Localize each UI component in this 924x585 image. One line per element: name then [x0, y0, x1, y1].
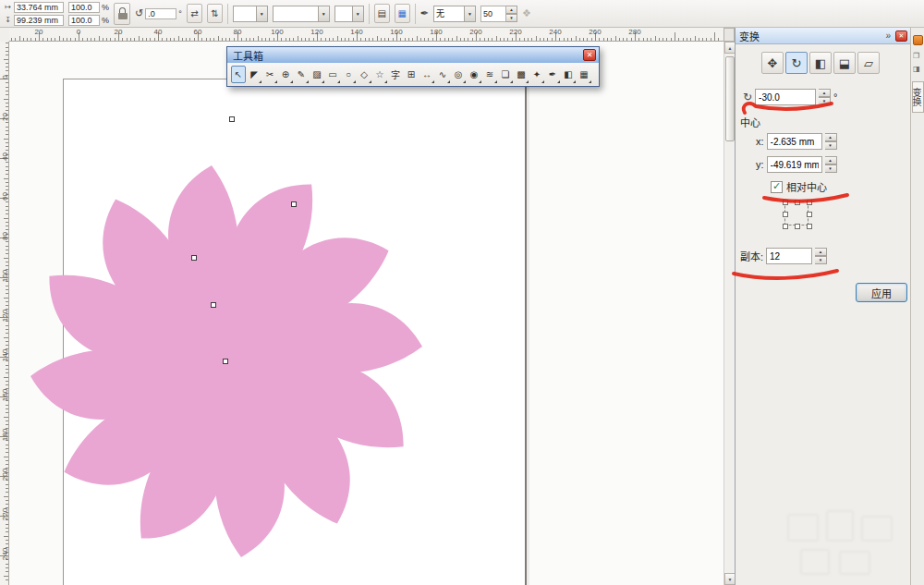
transparency-tool[interactable]: ▩: [514, 66, 529, 83]
ruler-label: 240: [1, 547, 9, 562]
fill-tool[interactable]: ◧: [561, 66, 576, 83]
chevron-down-icon: ▼: [318, 6, 329, 21]
anchor-point[interactable]: [795, 224, 800, 229]
outline-width-combo[interactable]: 无 ▼: [433, 6, 476, 22]
spin-down-icon[interactable]: ▼: [506, 14, 517, 22]
docker-menu-icon[interactable]: ◨: [913, 65, 920, 73]
horizontal-ruler[interactable]: 2002040608010012014016018020022024026028…: [9, 28, 723, 42]
transform-docker: 变换 » ✕ ✥↻◧⬓▱ ↻ ▲ ▼ ° 中心 x: ▲ ▼ y:: [735, 28, 910, 585]
docker-pin-icon[interactable]: ❐: [913, 52, 919, 60]
canvas[interactable]: [9, 42, 723, 585]
pick-tool[interactable]: ↖: [231, 66, 246, 83]
degree-label: °: [833, 91, 837, 103]
connector-tool[interactable]: ∿: [435, 66, 450, 83]
pos-x-field[interactable]: 33.764 mm: [14, 2, 64, 13]
mirror-horizontal-button[interactable]: ⇄: [187, 4, 202, 23]
selection-handle[interactable]: [191, 255, 197, 261]
scale-y-field[interactable]: 100.0: [68, 15, 100, 26]
transform-tab-rotate[interactable]: ↻: [785, 52, 808, 74]
outline-pen-tool[interactable]: ✒: [545, 66, 560, 83]
symbol-button[interactable]: ▦: [395, 4, 410, 23]
close-icon[interactable]: ✕: [583, 49, 596, 61]
anchor-point-grid[interactable]: [784, 201, 808, 225]
table-tool[interactable]: ⊞: [404, 66, 419, 83]
spin-down-icon[interactable]: ▼: [825, 141, 837, 150]
blend-tool[interactable]: ◎: [451, 66, 466, 83]
selection-handle[interactable]: [211, 302, 216, 308]
basic-shapes-tool[interactable]: ☆: [372, 66, 387, 83]
transform-tab-position[interactable]: ✥: [761, 52, 784, 74]
transform-tab-scale-mirror[interactable]: ◧: [809, 52, 832, 74]
text-tool[interactable]: 字: [388, 66, 403, 83]
drop-shadow-tool[interactable]: ❏: [498, 66, 513, 83]
center-y-input[interactable]: [767, 156, 822, 173]
separator: [369, 4, 370, 24]
shape-tool[interactable]: ◤: [247, 66, 261, 83]
nudge-field[interactable]: 50: [480, 6, 506, 22]
apply-button[interactable]: 应用: [856, 283, 907, 302]
ellipse-tool[interactable]: ○: [341, 66, 356, 83]
pos-y-icon: ↧: [4, 16, 12, 24]
anchor-point[interactable]: [783, 200, 788, 205]
arrowhead-start-combo[interactable]: ▼: [233, 6, 268, 22]
wrap-text-button[interactable]: ▤: [374, 4, 390, 23]
spin-up-icon[interactable]: ▲: [506, 6, 517, 14]
anchor-point[interactable]: [783, 212, 788, 217]
scrollbar-thumb[interactable]: [725, 56, 735, 141]
spin-up-icon[interactable]: ▲: [825, 133, 837, 141]
anchor-point[interactable]: [807, 200, 812, 205]
center-section-label: 中心: [740, 115, 760, 129]
close-icon[interactable]: ✕: [895, 30, 907, 42]
spin-up-icon[interactable]: ▲: [815, 248, 827, 256]
transform-tab-size[interactable]: ⬓: [833, 52, 856, 74]
transform-tab-skew[interactable]: ▱: [857, 52, 880, 74]
rotation-angle-row: ↻ ▲ ▼ °: [743, 89, 837, 105]
freehand-tool[interactable]: ✎: [294, 66, 309, 83]
copies-input[interactable]: [766, 248, 812, 264]
spin-up-icon[interactable]: ▲: [819, 89, 831, 97]
spin-up-icon[interactable]: ▲: [825, 156, 837, 165]
docker-tab-transform[interactable]: 变换: [912, 81, 924, 113]
spin-down-icon[interactable]: ▼: [819, 97, 831, 105]
disabled-tool-icon: ❖: [522, 7, 531, 19]
arrowhead-end-combo[interactable]: ▼: [334, 6, 364, 22]
selection-handle[interactable]: [223, 359, 228, 364]
pos-y-field[interactable]: 99.239 mm: [14, 15, 64, 26]
rectangle-tool[interactable]: ▭: [325, 66, 340, 83]
anchor-point[interactable]: [807, 224, 812, 229]
smart-fill-tool[interactable]: ▨: [310, 66, 324, 83]
zoom-tool[interactable]: ⊕: [278, 66, 293, 83]
selection-handle[interactable]: [229, 116, 235, 122]
interactive-fill-tool[interactable]: ▦: [577, 66, 591, 83]
ruler-origin-button[interactable]: [723, 28, 735, 42]
spin-down-icon[interactable]: ▼: [815, 256, 827, 264]
center-y-row: y: ▲ ▼: [756, 156, 837, 173]
polygon-tool[interactable]: ◇: [357, 66, 371, 83]
anchor-point[interactable]: [795, 200, 800, 205]
scale-x-field[interactable]: 100.0: [68, 2, 100, 13]
rotation-angle-field[interactable]: .0: [145, 8, 176, 19]
toolbox-tools: ↖◤✂⊕✎▨▭○◇☆字⊞↔∿◎◉≋❏▩✦✒◧▦: [227, 63, 599, 86]
flower-object[interactable]: [9, 121, 467, 585]
spin-down-icon[interactable]: ▼: [825, 165, 837, 173]
vertical-scrollbar[interactable]: ▲ ▼: [723, 42, 735, 585]
selection-handle[interactable]: [291, 201, 297, 207]
contour-tool[interactable]: ◉: [467, 66, 481, 83]
toolbox-titlebar[interactable]: 工具箱 ✕: [227, 47, 599, 63]
mirror-vertical-button[interactable]: ⇅: [207, 4, 223, 23]
eyedropper-tool[interactable]: ✦: [529, 66, 544, 83]
dimension-tool[interactable]: ↔: [419, 66, 434, 83]
relative-center-checkbox[interactable]: ✓: [771, 181, 783, 193]
anchor-point[interactable]: [807, 212, 812, 217]
crop-tool[interactable]: ✂: [262, 66, 277, 83]
ruler-label: 80: [228, 28, 247, 36]
ruler-label: 0: [69, 28, 88, 36]
collapse-icon[interactable]: »: [885, 30, 891, 41]
line-style-combo[interactable]: ▼: [273, 6, 330, 22]
vertical-ruler[interactable]: 20020406080100120140160180200220240: [0, 42, 9, 585]
distortion-tool[interactable]: ≋: [482, 66, 497, 83]
center-x-input[interactable]: [767, 133, 822, 150]
angle-input[interactable]: [755, 89, 816, 105]
lock-ratio-button[interactable]: [114, 3, 130, 25]
anchor-point[interactable]: [783, 224, 788, 229]
